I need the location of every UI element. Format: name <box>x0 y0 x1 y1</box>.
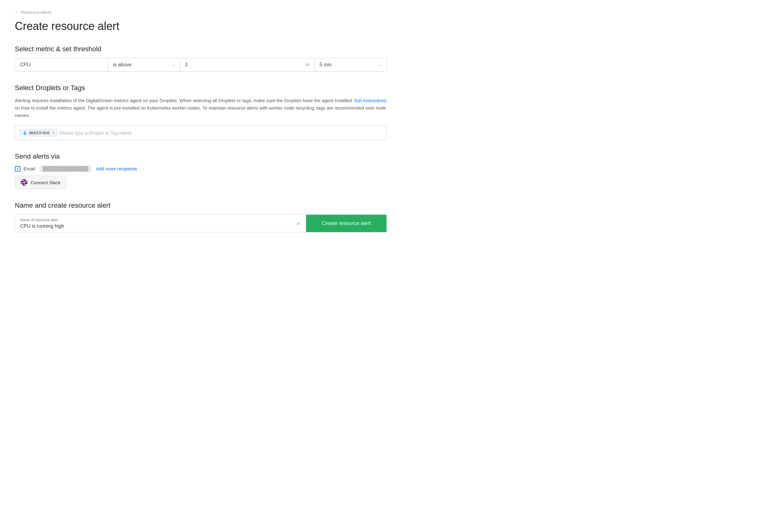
selected-droplet-name: deb10-test <box>29 130 49 135</box>
name-section-title: Name and create resource alert <box>15 202 387 210</box>
metric-condition-value: is above <box>113 62 131 68</box>
metric-type-value: CPU <box>20 62 31 68</box>
back-link[interactable]: ← Resource Alerts <box>15 10 387 15</box>
back-arrow-icon: ← <box>15 10 19 15</box>
droplets-section-title: Select Droplets or Tags <box>15 84 387 92</box>
condition-chevron-icon: ⌄ <box>172 63 175 67</box>
metric-value-cell[interactable]: 1 % <box>180 58 315 71</box>
metric-section: Select metric & set threshold CPU is abo… <box>15 45 387 72</box>
droplets-description: Alerting requires installation of the Di… <box>15 97 387 119</box>
page-title: Create resource alert <box>15 20 387 33</box>
add-recipients-link[interactable]: Add more recipients <box>96 166 137 171</box>
droplet-icon: 💧 <box>22 131 27 135</box>
metric-type-cell[interactable]: CPU <box>15 58 108 71</box>
droplets-placeholder: Please type a Droplet or Tag Name <box>60 130 131 135</box>
threshold-unit: % <box>306 62 309 67</box>
valid-checkmark-icon: ✓ <box>296 220 301 227</box>
alerts-section: Send alerts via Email ██████████████ Add… <box>15 152 387 189</box>
name-section: Name and create resource alert Name of r… <box>15 202 387 232</box>
duration-chevron-icon: ⌄ <box>378 63 382 67</box>
remove-droplet-button[interactable]: × <box>52 131 54 135</box>
metric-condition-cell[interactable]: is above ⌄ <box>108 58 180 71</box>
metric-section-title: Select metric & set threshold <box>15 45 387 53</box>
back-label: Resource Alerts <box>21 10 52 15</box>
email-checkbox[interactable] <box>15 166 20 172</box>
duration-value: 5 min <box>319 62 332 68</box>
name-input-label: Name of resource alert <box>20 218 301 222</box>
alerts-options: Email ██████████████ Add more recipients… <box>15 165 387 189</box>
metric-row: CPU is above ⌄ 1 % 5 min ⌄ <box>15 58 387 72</box>
create-resource-alert-button[interactable]: Create resource alert <box>306 215 386 232</box>
slack-button-label: Connect Slack <box>31 180 60 185</box>
email-label: Email <box>23 166 35 171</box>
droplets-input[interactable]: 💧 deb10-test × Please type a Droplet or … <box>15 125 387 140</box>
name-create-row: Name of resource alert ✓ Create resource… <box>15 214 387 232</box>
threshold-value: 1 <box>185 62 188 68</box>
connect-slack-button[interactable]: Connect Slack <box>15 176 66 189</box>
email-address: ██████████████ <box>40 165 92 172</box>
name-input[interactable] <box>20 223 301 229</box>
alerts-section-title: Send alerts via <box>15 152 387 160</box>
metric-duration-cell[interactable]: 5 min ⌄ <box>315 58 386 71</box>
slack-icon <box>21 179 27 186</box>
droplets-section: Select Droplets or Tags Alerting require… <box>15 84 387 140</box>
name-input-wrapper: Name of resource alert ✓ <box>15 215 306 232</box>
email-row: Email ██████████████ Add more recipients <box>15 165 387 172</box>
selected-droplet-tag[interactable]: 💧 deb10-test × <box>19 129 57 136</box>
get-instructions-link[interactable]: Get instructions <box>354 98 386 103</box>
